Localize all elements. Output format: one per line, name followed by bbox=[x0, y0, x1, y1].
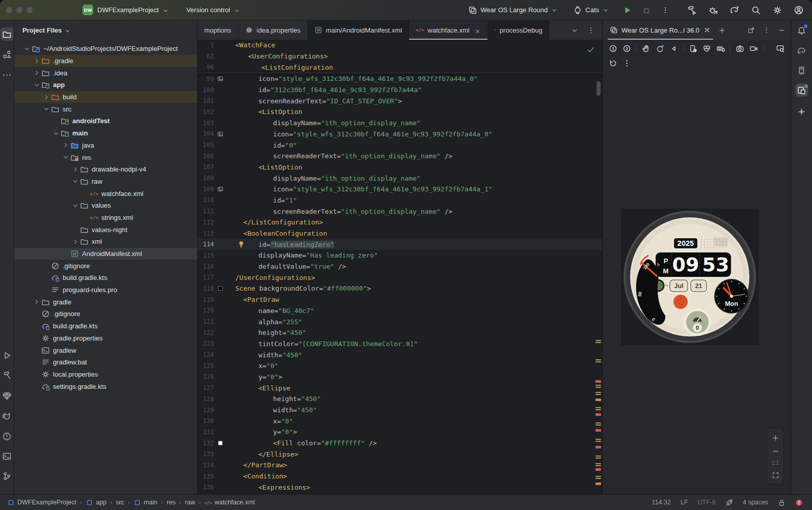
tree-item[interactable]: raw bbox=[14, 176, 197, 188]
gemini-icon[interactable] bbox=[795, 105, 808, 118]
project-view-header[interactable]: Project Files bbox=[14, 20, 197, 40]
stripe-warning-mark[interactable] bbox=[596, 385, 601, 386]
file-encoding[interactable]: UTF-8 bbox=[698, 499, 716, 506]
tree-item[interactable]: build.gradle.kts bbox=[14, 272, 197, 284]
device-manager-icon[interactable] bbox=[795, 64, 808, 77]
code-line[interactable]: 120name="BG_40c7" bbox=[198, 305, 602, 317]
stripe-error-mark[interactable] bbox=[596, 446, 601, 448]
intention-bulb-icon[interactable] bbox=[237, 240, 245, 248]
tree-item[interactable]: .gradle bbox=[14, 55, 197, 67]
tree-item[interactable]: values bbox=[14, 200, 197, 212]
code-line[interactable]: 125x="0" bbox=[198, 360, 602, 372]
heartPulse-button[interactable] bbox=[702, 44, 711, 53]
zoom-in-icon[interactable] bbox=[772, 433, 779, 442]
kebab-button[interactable] bbox=[622, 58, 631, 67]
tree-item[interactable]: build bbox=[14, 91, 197, 103]
code-line[interactable]: 117/UserConfigurations> bbox=[198, 272, 602, 283]
one-button[interactable]: 1 bbox=[609, 44, 617, 53]
code-line[interactable]: 129width="450" bbox=[198, 405, 602, 416]
zoom-out-icon[interactable] bbox=[772, 446, 779, 456]
traffic-lights[interactable] bbox=[6, 7, 33, 13]
reset-button[interactable] bbox=[609, 58, 617, 67]
version-control-icon[interactable] bbox=[1, 469, 14, 483]
code-line[interactable]: 136<Expressions> bbox=[198, 482, 602, 493]
editor-tab[interactable]: Mmain/AndroidManifest.xml bbox=[308, 20, 410, 40]
phoneGear-button[interactable] bbox=[689, 44, 697, 53]
logcat-icon[interactable] bbox=[1, 409, 14, 422]
editor-tab[interactable]: MprocessDebug bbox=[488, 20, 549, 40]
code-line[interactable]: 115displayName="Has leading zero" bbox=[198, 250, 602, 261]
tree-item[interactable]: src bbox=[14, 103, 197, 115]
run-button[interactable] bbox=[622, 5, 632, 15]
code-line[interactable]: 131y="0"> bbox=[198, 427, 602, 438]
stripe-warning-mark[interactable] bbox=[596, 463, 601, 464]
code-line[interactable]: 106screenReaderText="ith_option_display_… bbox=[198, 151, 602, 162]
code-line[interactable]: 103displayName="ith_option_display_name" bbox=[198, 118, 602, 129]
tree-item[interactable]: build.gradle.kts bbox=[14, 320, 197, 332]
gradle-tool-icon[interactable] bbox=[795, 44, 808, 57]
code-line[interactable]: 109icon="style_wfs_312c30bf_f64a_461e_9c… bbox=[198, 184, 602, 195]
code-line[interactable]: 128height="450" bbox=[198, 393, 602, 405]
code-line[interactable]: 113<BooleanConfiguration bbox=[198, 228, 602, 239]
code-line[interactable]: 107<ListOption bbox=[198, 162, 602, 173]
profiler-icon[interactable] bbox=[708, 5, 718, 15]
code-line[interactable]: 100id="312c30bf_f64a_461e_9c93_992f2fb7a… bbox=[198, 84, 602, 96]
device-selector[interactable]: Wear OS Large Round bbox=[468, 6, 558, 15]
stripe-error-mark[interactable] bbox=[596, 468, 601, 471]
stripe-warning-mark[interactable] bbox=[596, 407, 601, 408]
minimize-icon[interactable] bbox=[778, 26, 786, 34]
breadcrumb[interactable]: </>watchface.xml bbox=[204, 499, 255, 506]
readonly-toggle-icon[interactable] bbox=[778, 498, 786, 506]
stripe-warning-mark[interactable] bbox=[596, 422, 601, 423]
tree-item[interactable]: gradlew.bat bbox=[14, 356, 197, 369]
breadcrumb[interactable]: app bbox=[86, 499, 106, 506]
more-tools-icon[interactable] bbox=[1, 68, 14, 81]
tree-item[interactable]: values-night bbox=[14, 223, 197, 236]
running-devices-icon[interactable] bbox=[795, 83, 808, 97]
code-line[interactable]: 108displayName="ith_option_display_name" bbox=[198, 173, 602, 184]
stripe-warning-mark[interactable] bbox=[596, 392, 601, 393]
tree-item[interactable]: androidTest bbox=[14, 115, 197, 127]
project-menu[interactable]: DWFExampleProject bbox=[97, 6, 169, 14]
tree-item[interactable]: proguard-rules.pro bbox=[14, 284, 197, 296]
stripe-error-mark[interactable] bbox=[596, 380, 601, 383]
stripe-info-mark[interactable] bbox=[596, 483, 601, 485]
palm-button[interactable] bbox=[642, 44, 651, 53]
backTri-button[interactable] bbox=[669, 44, 678, 53]
code-line[interactable]: 132<Fill color="#ffffffff" /> bbox=[198, 438, 602, 449]
stripe-warning-mark[interactable] bbox=[596, 476, 601, 477]
code-line[interactable]: 135<Condition> bbox=[198, 471, 602, 482]
camera-button[interactable] bbox=[736, 44, 744, 53]
caret-position[interactable]: 114:32 bbox=[652, 499, 671, 506]
highlighting-level-icon[interactable] bbox=[725, 498, 733, 506]
code-line[interactable]: 126y="0"> bbox=[198, 372, 602, 383]
debug-button[interactable] bbox=[642, 5, 651, 15]
gradle-sync-icon[interactable] bbox=[729, 5, 740, 15]
breadcrumb[interactable]: main bbox=[133, 499, 157, 506]
tab-options-kebab[interactable] bbox=[587, 25, 595, 35]
inspections-ok-icon[interactable] bbox=[586, 45, 595, 53]
tree-item[interactable]: </>watchface.xml bbox=[14, 187, 197, 200]
build-tools-icon[interactable] bbox=[687, 5, 697, 15]
error-indicator-icon[interactable] bbox=[795, 498, 803, 506]
code-line[interactable]: 123tintColor="[CONFIGURATION.themeColor.… bbox=[198, 338, 602, 350]
tree-item[interactable]: gradle bbox=[14, 296, 197, 308]
code-line[interactable]: 102<ListOption bbox=[198, 106, 602, 118]
code-line[interactable]: 124width="450" bbox=[198, 349, 602, 360]
run-tool-icon[interactable] bbox=[1, 349, 14, 362]
code-line[interactable]: 118Scene backgroundColor="#ff000000"> bbox=[198, 283, 602, 294]
indent-size[interactable]: 4 spaces bbox=[743, 499, 768, 506]
breadcrumb[interactable]: DWFExampleProject bbox=[7, 499, 76, 506]
code-line[interactable]: 121alpha="255" bbox=[198, 316, 602, 327]
zoom-reset[interactable]: 1:1 bbox=[772, 460, 779, 466]
tree-item[interactable]: app bbox=[14, 79, 197, 91]
tree-item[interactable]: xml bbox=[14, 236, 197, 248]
tree-item[interactable]: .gitignore bbox=[14, 260, 197, 272]
code-line[interactable]: 130x="0" bbox=[198, 415, 602, 427]
stripe-error-mark[interactable] bbox=[596, 429, 601, 432]
breadcrumb[interactable]: res bbox=[167, 499, 175, 506]
tree-item[interactable]: ~/AndroidStudioProjects/DWFExampleProjec… bbox=[14, 43, 197, 55]
code-line[interactable]: 119<PartDraw bbox=[198, 294, 602, 305]
code-line[interactable]: 111screenReaderText="ith_option_display_… bbox=[198, 206, 602, 217]
code-line[interactable]: 110id="1" bbox=[198, 195, 602, 206]
